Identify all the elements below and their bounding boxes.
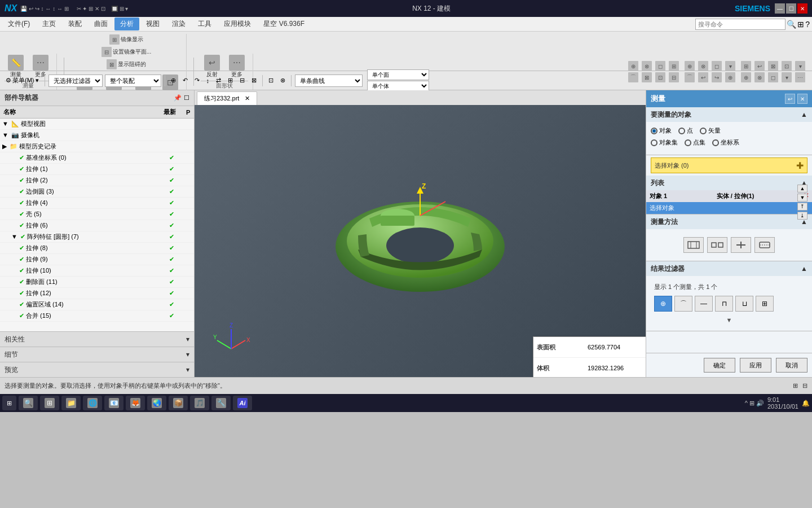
t-icon-19[interactable]: ⊠: [768, 61, 778, 71]
app10-btn[interactable]: 🔧: [211, 396, 231, 410]
list-nav-top[interactable]: ⤒: [797, 203, 807, 211]
app8-btn[interactable]: 📦: [169, 396, 188, 410]
filter-icon-3[interactable]: —: [695, 296, 713, 312]
panel-details-header[interactable]: 细节 ▾: [0, 347, 194, 362]
3d-view-btn[interactable]: ⊡: [266, 75, 276, 87]
nav-row[interactable]: ✔ 拉伸 (1) ✔: [0, 164, 194, 175]
nav-row[interactable]: ✔ 拉伸 (4) ✔: [0, 198, 194, 209]
t-icon-26[interactable]: ⋯: [795, 72, 805, 82]
t-icon-17[interactable]: ⊞: [741, 61, 751, 71]
menu-tools[interactable]: 工具: [192, 17, 217, 30]
nav-row[interactable]: ▼ ✔ 阵列特征 [圆形] (7) ✔: [0, 231, 194, 243]
nav-expand[interactable]: ▼: [11, 233, 17, 240]
filter-icon-5[interactable]: ⊔: [735, 296, 753, 312]
radio-csys[interactable]: 坐标系: [712, 138, 739, 147]
snap-top-dropdown[interactable]: 单个面: [367, 69, 429, 80]
app9-btn[interactable]: 🎵: [190, 396, 209, 410]
panel-preview-header[interactable]: 预览 ▾: [0, 362, 194, 377]
section-measure-object-header[interactable]: 要测量的对象 ▲: [646, 107, 812, 122]
t-icon-11[interactable]: ◻: [712, 61, 722, 71]
t-icon-16[interactable]: ⊕: [725, 72, 735, 82]
t-icon-13[interactable]: ⌒: [685, 72, 695, 82]
t-icon-8[interactable]: ⊟: [669, 72, 679, 82]
search-taskbar-btn[interactable]: 🔍: [19, 396, 38, 410]
t-icon-9[interactable]: ⊕: [685, 61, 695, 71]
confirm-button[interactable]: 确定: [704, 358, 735, 373]
method-icon-3[interactable]: [731, 237, 751, 253]
transform-btn-6[interactable]: ⊞: [226, 75, 235, 87]
menu-analysis[interactable]: 分析: [114, 17, 139, 30]
menu-dropdown-btn[interactable]: ⚙ 菜单(M) ▾: [3, 75, 41, 87]
method-icon-2[interactable]: [707, 237, 727, 253]
section-list-header[interactable]: 列表 ▲: [646, 176, 812, 190]
filter-icon-4[interactable]: ⊓: [715, 296, 733, 312]
transform-btn-2[interactable]: ↶: [180, 75, 190, 87]
nav-row[interactable]: ✔ 拉伸 (9) ✔: [0, 254, 194, 265]
radio-point-set[interactable]: 点集: [685, 138, 705, 147]
rp-restore-btn[interactable]: ↩: [785, 94, 795, 104]
menu-appmodule[interactable]: 应用模块: [218, 17, 257, 30]
cancel-button[interactable]: 取消: [776, 358, 807, 373]
nav-row[interactable]: ✔ 偏置区域 (14) ✔: [0, 299, 194, 310]
app7-btn[interactable]: 🌏: [147, 396, 166, 410]
nav-row[interactable]: ✔ 删除面 (11) ✔: [0, 277, 194, 288]
transform-btn-7[interactable]: ⊟: [237, 75, 247, 87]
help-icon[interactable]: ?: [805, 20, 810, 29]
search-icon[interactable]: 🔍: [787, 20, 796, 29]
transform-btn-4[interactable]: ↕: [204, 75, 212, 87]
tab-close-icon[interactable]: ✕: [245, 95, 250, 102]
panel-details-toggle[interactable]: ▾: [186, 351, 189, 358]
t-icon-6[interactable]: ⊠: [642, 72, 652, 82]
panel-preview-toggle[interactable]: ▾: [186, 366, 189, 374]
t-icon-12[interactable]: ▾: [725, 61, 735, 71]
pin-icon[interactable]: 📌: [174, 94, 182, 102]
nav-row[interactable]: ✔ 拉伸 (10) ✔: [0, 265, 194, 277]
nav-row[interactable]: ✔ 拉伸 (8) ✔: [0, 243, 194, 254]
transform-btn-5[interactable]: ⇄: [214, 75, 223, 87]
menu-xingkong[interactable]: 星空 V6.936F: [258, 17, 310, 30]
search-input[interactable]: [695, 19, 785, 30]
t-icon-15[interactable]: ↪: [712, 72, 722, 82]
nav-row[interactable]: ✔ 基准坐标系 (0) ✔: [0, 152, 194, 164]
section-filter-header[interactable]: 结果过滤器 ▲: [646, 261, 812, 276]
selection-add-icon[interactable]: ✚: [796, 160, 804, 171]
t-icon-22[interactable]: ⊕: [741, 72, 751, 82]
transform-btn-8[interactable]: ⊠: [249, 75, 259, 87]
menu-home[interactable]: 主页: [37, 17, 61, 30]
panel-relevance-toggle[interactable]: ▾: [186, 335, 189, 343]
t-icon-20[interactable]: ⊡: [782, 61, 792, 71]
explorer-btn[interactable]: 📁: [61, 396, 81, 410]
nav-row[interactable]: ✔ 壳 (5) ✔: [0, 209, 194, 220]
body-btn[interactable]: ⊗: [278, 75, 288, 87]
menu-surface[interactable]: 曲面: [89, 17, 113, 30]
radio-object-set[interactable]: 对象集: [651, 138, 678, 147]
nav-row[interactable]: ✔ 合并 (15) ✔: [0, 310, 194, 322]
nav-row[interactable]: ▼ 📐 模型视图: [0, 119, 194, 130]
method-icon-1[interactable]: [683, 237, 704, 253]
list-item-1[interactable]: 选择对象: [646, 202, 812, 214]
viewport-content[interactable]: Z 表面积 62569.7704 mm² ⊞ ✏ 体积 192832.1296 …: [195, 105, 646, 377]
firefox-btn[interactable]: 🦊: [126, 396, 145, 410]
nav-expand[interactable]: ▼: [2, 120, 8, 127]
t-icon-25[interactable]: ▾: [782, 72, 792, 82]
start-button[interactable]: ⊞: [2, 396, 16, 410]
radio-vector[interactable]: 矢量: [700, 126, 721, 135]
nav-row[interactable]: ✔ 拉伸 (6) ✔: [0, 220, 194, 231]
task-view-btn[interactable]: ⊞: [40, 396, 59, 410]
t-icon-7[interactable]: ⊡: [655, 72, 665, 82]
maximize-button[interactable]: ☐: [786, 3, 796, 14]
menu-render[interactable]: 渲染: [166, 17, 191, 30]
notification-icon[interactable]: 🔔: [802, 400, 810, 407]
curve-dropdown[interactable]: 单条曲线: [295, 75, 363, 87]
t-icon-18[interactable]: ↩: [754, 61, 765, 71]
filter-dropdown[interactable]: 无选择过滤器: [48, 75, 103, 87]
nav-row[interactable]: ✔ 拉伸 (12) ✔: [0, 288, 194, 299]
filter-icon-6[interactable]: ⊞: [756, 296, 774, 312]
status-icon-1[interactable]: ⊞: [793, 382, 798, 389]
nav-expand[interactable]: ▶: [2, 143, 7, 150]
nav-row[interactable]: ▶ 📁 模型历史记录: [0, 141, 194, 152]
close-button[interactable]: ✕: [797, 3, 807, 14]
nav-row[interactable]: ▼ 📷 摄像机: [0, 130, 194, 141]
mail-btn[interactable]: 📧: [104, 396, 123, 410]
ai-btn[interactable]: Ai: [233, 396, 252, 410]
